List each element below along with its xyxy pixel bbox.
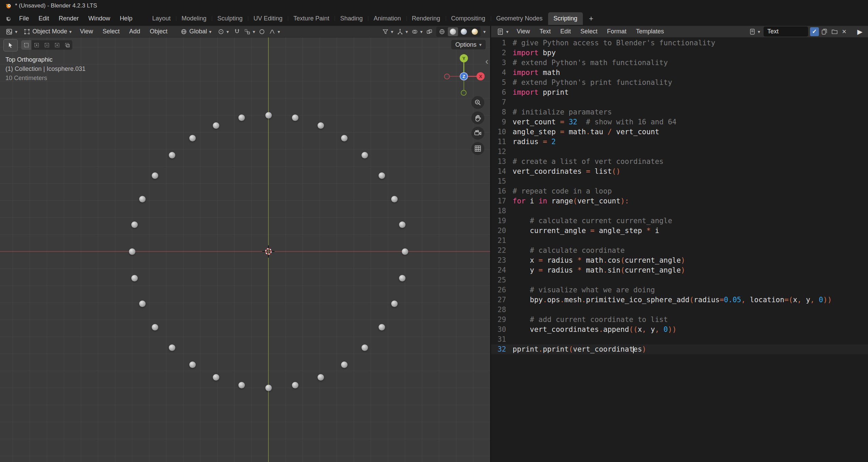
text-menu-text[interactable]: Text [535, 26, 556, 37]
proportional-edit-toggle[interactable] [257, 28, 267, 36]
workspace-tab-compositing[interactable]: Compositing [446, 12, 491, 25]
workspace-tab-shading[interactable]: Shading [335, 12, 368, 25]
menu-render[interactable]: Render [54, 13, 84, 24]
workspace-tab-sculpting[interactable]: Sculpting [212, 12, 248, 25]
icosphere-object[interactable] [265, 385, 272, 391]
menu-file[interactable]: File [14, 13, 34, 24]
icosphere-object[interactable] [318, 374, 324, 381]
blender-menu-button[interactable] [3, 14, 14, 23]
unlink-text-button[interactable]: × [840, 27, 849, 36]
code-line-7[interactable]: 7 [491, 97, 868, 107]
icosphere-object[interactable] [189, 135, 196, 141]
icosphere-object[interactable] [399, 221, 406, 228]
code-line-1[interactable]: 1# give Python access to Blender's funct… [491, 38, 868, 48]
mode-selector[interactable]: Object Mode ▾ [21, 27, 74, 36]
gizmo-negative-y-ball[interactable] [461, 90, 467, 96]
code-line-10[interactable]: 10angle_step = math.tau / vert_count [491, 127, 868, 137]
region-collapse-icon[interactable]: ‹ [485, 57, 488, 66]
code-line-9[interactable]: 9vert_count = 32 # show with 16 and 64 [491, 117, 868, 127]
code-line-13[interactable]: 13# create a list of vert coordinates [491, 157, 868, 167]
camera-view-button[interactable] [471, 127, 484, 140]
icosphere-object[interactable] [391, 301, 398, 307]
menu-edit[interactable]: Edit [34, 13, 54, 24]
check-toggle-button[interactable]: ✓ [810, 27, 819, 36]
shading-solid-button[interactable] [448, 27, 458, 36]
viewport-menu-view[interactable]: View [75, 26, 98, 37]
orientation-selector[interactable]: Global ▾ [178, 27, 214, 36]
code-line-21[interactable]: 21 [491, 236, 868, 246]
icosphere-object[interactable] [341, 361, 348, 368]
falloff-selector[interactable]: ▾ [267, 28, 281, 36]
new-text-button[interactable] [820, 28, 829, 36]
code-line-15[interactable]: 15 [491, 176, 868, 186]
snap-toggle[interactable] [232, 28, 242, 36]
pivot-selector[interactable]: ▾ [215, 28, 232, 36]
menu-help[interactable]: Help [115, 13, 137, 24]
code-line-4[interactable]: 4import math [491, 68, 868, 78]
select-mode-intersect-button[interactable] [62, 40, 72, 50]
code-line-2[interactable]: 2import bpy [491, 48, 868, 58]
text-menu-view[interactable]: View [512, 26, 535, 37]
select-mode-subtract-button[interactable] [42, 40, 52, 50]
icosphere-object[interactable] [131, 221, 138, 228]
workspace-tab-animation[interactable]: Animation [368, 12, 406, 25]
icosphere-object[interactable] [139, 196, 146, 202]
icosphere-object[interactable] [169, 152, 175, 158]
text-name-field[interactable]: Text [764, 27, 808, 36]
viewport-menu-object[interactable]: Object [145, 26, 172, 37]
code-line-27[interactable]: 27 bpy.ops.mesh.primitive_ico_sphere_add… [491, 295, 868, 305]
code-line-25[interactable]: 25 [491, 275, 868, 285]
viewport-menu-select[interactable]: Select [98, 26, 124, 37]
code-editor[interactable]: 1# give Python access to Blender's funct… [491, 37, 868, 462]
icosphere-object[interactable] [152, 172, 158, 179]
menu-window[interactable]: Window [84, 13, 115, 24]
text-menu-format[interactable]: Format [602, 26, 631, 37]
code-line-5[interactable]: 5# extend Python's print functionality [491, 78, 868, 88]
zoom-button[interactable] [471, 96, 484, 109]
text-menu-select[interactable]: Select [576, 26, 602, 37]
icosphere-object[interactable] [402, 248, 408, 255]
viewport-canvas[interactable]: Top Orthographic (1) Collection | Icosph… [0, 37, 490, 462]
icosphere-object[interactable] [341, 135, 348, 141]
visibility-filter-menu[interactable]: ▾ [381, 28, 395, 36]
snap-target-selector[interactable]: ▾ [242, 28, 256, 36]
icosphere-object[interactable] [379, 172, 385, 179]
icosphere-object[interactable] [213, 374, 219, 381]
code-line-22[interactable]: 22 # calculate coordinate [491, 246, 868, 256]
code-line-6[interactable]: 6import pprint [491, 88, 868, 97]
viewport-menu-add[interactable]: Add [124, 26, 145, 37]
icosphere-object[interactable] [238, 382, 245, 388]
icosphere-object[interactable] [129, 248, 135, 255]
text-menu-templates[interactable]: Templates [631, 26, 669, 37]
workspace-tab-scripting[interactable]: Scripting [548, 12, 583, 25]
code-line-18[interactable]: 18 [491, 206, 868, 216]
code-line-16[interactable]: 16# repeat code in a loop [491, 186, 868, 196]
icosphere-object[interactable] [131, 275, 138, 281]
code-line-20[interactable]: 20 current_angle = angle_step * i [491, 226, 868, 236]
code-line-17[interactable]: 17for i in range(vert_count): [491, 196, 868, 206]
navigation-gizmo[interactable]: Y X Z [440, 53, 489, 101]
shading-wireframe-button[interactable] [437, 27, 447, 36]
text-datablock-menu[interactable]: ▾ [748, 28, 762, 36]
xray-toggle[interactable] [425, 28, 434, 36]
code-line-8[interactable]: 8# initialize paramaters [491, 107, 868, 117]
workspace-tab-geometry-nodes[interactable]: Geometry Nodes [491, 12, 548, 25]
gizmo-y-axis-ball[interactable]: Y [460, 54, 468, 62]
code-line-23[interactable]: 23 x = radius * math.cos(current_angle) [491, 256, 868, 265]
code-line-32[interactable]: 32pprint.pprint(vert_coordinates) [491, 344, 868, 354]
icosphere-object[interactable] [189, 361, 196, 368]
editor-type-button[interactable]: ▾ [3, 27, 20, 36]
pan-button[interactable] [471, 111, 484, 124]
code-line-19[interactable]: 19 # calculate current current_angle [491, 216, 868, 226]
icosphere-object[interactable] [238, 114, 245, 121]
workspace-tab-uv-editing[interactable]: UV Editing [248, 12, 288, 25]
select-mode-set-button[interactable] [21, 40, 31, 50]
gizmo-toggle-menu[interactable]: ▾ [395, 28, 409, 36]
select-mode-invert-button[interactable] [52, 40, 62, 50]
gizmo-z-axis-ball[interactable]: Z [460, 72, 468, 80]
select-mode-extend-button[interactable] [31, 40, 42, 50]
add-workspace-button[interactable]: + [586, 14, 597, 24]
ortho-toggle-button[interactable] [471, 142, 484, 155]
shading-material-button[interactable] [459, 27, 469, 36]
code-line-31[interactable]: 31 [491, 335, 868, 344]
